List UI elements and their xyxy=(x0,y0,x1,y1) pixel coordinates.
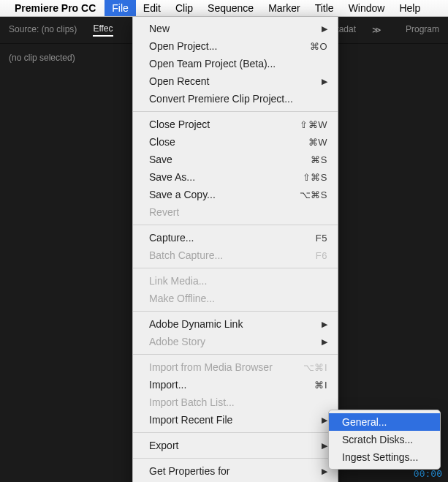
menu-item-convert-premiere-clip-project[interactable]: Convert Premiere Clip Project... xyxy=(133,90,338,108)
menu-item-save-a-copy[interactable]: Save a Copy...⌥⌘S xyxy=(133,186,338,203)
menu-item-label: Get Properties for xyxy=(149,465,317,477)
menu-item-shortcut: ⌘O xyxy=(310,41,327,52)
tab-source[interactable]: Source: (no clips) xyxy=(9,24,77,36)
no-clip-selected-label: (no clip selected) xyxy=(9,53,75,63)
menu-item-shortcut: ⇧⌘S xyxy=(303,172,327,183)
menu-item-label: Open Project... xyxy=(149,40,310,52)
submenu-arrow-icon: ▶ xyxy=(322,337,327,347)
menu-item-label: Import... xyxy=(149,379,314,391)
menu-item-revert: Revert xyxy=(133,203,338,221)
menu-item-adobe-dynamic-link[interactable]: Adobe Dynamic Link▶ xyxy=(133,315,338,333)
menu-item-open-project[interactable]: Open Project...⌘O xyxy=(133,37,338,55)
menu-item-label: Revert xyxy=(149,206,327,218)
menu-item-import-from-media-browser: Import from Media Browser⌥⌘I xyxy=(133,358,338,376)
menubar-item-edit[interactable]: Edit xyxy=(136,0,168,16)
menu-item-import-batch-list: Import Batch List... xyxy=(133,393,338,411)
tab-program[interactable]: Program xyxy=(406,24,439,36)
menubar-item-marker[interactable]: Marker xyxy=(261,0,308,16)
menu-item-close[interactable]: Close⌘W xyxy=(133,133,338,151)
menu-item-label: Export xyxy=(149,440,317,451)
menu-item-label: Link Media... xyxy=(149,275,327,287)
menubar-item-title[interactable]: Title xyxy=(308,0,341,16)
submenu-item-label: Scratch Disks... xyxy=(342,434,430,445)
submenu-arrow-icon: ▶ xyxy=(322,467,327,476)
menu-separator xyxy=(133,458,338,459)
menubar-item-clip[interactable]: Clip xyxy=(168,0,200,16)
menu-item-shortcut: ⌘I xyxy=(314,380,327,391)
menu-item-label: Open Recent xyxy=(149,75,317,87)
menu-item-shortcut: ⌥⌘S xyxy=(300,189,327,200)
timecode-display[interactable]: 00:00 xyxy=(414,468,442,479)
menu-item-label: Import Recent File xyxy=(149,414,317,426)
menu-item-export[interactable]: Export▶ xyxy=(133,437,338,454)
submenu-item-general[interactable]: General... xyxy=(329,413,440,431)
menu-item-shortcut: ⌥⌘I xyxy=(303,362,327,373)
project-settings-submenu: General...Scratch Disks...Ingest Setting… xyxy=(328,410,441,470)
menu-item-label: Adobe Story xyxy=(149,336,317,347)
menu-item-new[interactable]: New▶ xyxy=(133,20,338,37)
app-name[interactable]: Premiere Pro CC xyxy=(15,2,96,14)
menu-item-batch-capture: Batch Capture...F6 xyxy=(133,246,338,264)
submenu-item-label: General... xyxy=(342,416,430,428)
menu-separator xyxy=(133,432,338,433)
menubar-item-sequence[interactable]: Sequence xyxy=(200,0,261,16)
menu-separator xyxy=(133,268,338,268)
menu-item-label: Make Offline... xyxy=(149,293,327,304)
menu-item-label: Close Project xyxy=(149,118,300,130)
menu-item-label: Import from Media Browser xyxy=(149,361,303,373)
menu-item-save[interactable]: Save⌘S xyxy=(133,151,338,168)
menu-item-shortcut: ⌘S xyxy=(311,154,327,165)
menubar-item-file[interactable]: File xyxy=(105,0,136,16)
menu-item-label: Save As... xyxy=(149,171,303,183)
menu-item-open-team-project-beta[interactable]: Open Team Project (Beta)... xyxy=(133,55,338,72)
menu-separator xyxy=(133,311,338,312)
menu-item-label: New xyxy=(149,23,317,34)
submenu-arrow-icon: ▶ xyxy=(322,441,327,451)
menu-item-label: Adobe Dynamic Link xyxy=(149,318,317,330)
overflow-chevron-icon[interactable]: ≫ xyxy=(372,25,379,35)
menu-item-label: Batch Capture... xyxy=(149,249,316,261)
menu-item-get-properties-for[interactable]: Get Properties for▶ xyxy=(133,462,338,480)
submenu-item-ingest-settings[interactable]: Ingest Settings... xyxy=(329,448,440,466)
menu-separator xyxy=(133,354,338,355)
menu-item-label: Open Team Project (Beta)... xyxy=(149,58,327,69)
menu-item-shortcut: F6 xyxy=(316,250,327,261)
menu-item-shortcut: ⇧⌘W xyxy=(300,119,327,130)
menu-item-close-project[interactable]: Close Project⇧⌘W xyxy=(133,116,338,133)
menu-item-label: Import Batch List... xyxy=(149,396,327,408)
menu-separator xyxy=(133,111,338,112)
submenu-item-label: Ingest Settings... xyxy=(342,451,430,463)
menu-item-label: Save xyxy=(149,154,311,165)
menu-item-label: Convert Premiere Clip Project... xyxy=(149,93,327,105)
menu-item-label: Capture... xyxy=(149,232,316,244)
submenu-arrow-icon: ▶ xyxy=(322,77,327,86)
menu-item-shortcut: F5 xyxy=(316,233,327,244)
menu-item-capture[interactable]: Capture...F5 xyxy=(133,229,338,246)
submenu-item-scratch-disks[interactable]: Scratch Disks... xyxy=(329,431,440,448)
menu-item-save-as[interactable]: Save As...⇧⌘S xyxy=(133,168,338,186)
menu-item-make-offline: Make Offline... xyxy=(133,290,338,307)
file-menu-dropdown: New▶Open Project...⌘OOpen Team Project (… xyxy=(132,16,338,482)
tab-effect[interactable]: Effec xyxy=(93,23,113,37)
menu-item-link-media: Link Media... xyxy=(133,272,338,290)
menu-item-import-recent-file[interactable]: Import Recent File▶ xyxy=(133,411,338,429)
menu-item-adobe-story: Adobe Story▶ xyxy=(133,333,338,350)
menu-item-open-recent[interactable]: Open Recent▶ xyxy=(133,72,338,90)
menu-item-import[interactable]: Import...⌘I xyxy=(133,376,338,393)
submenu-arrow-icon: ▶ xyxy=(322,24,327,34)
menu-item-label: Save a Copy... xyxy=(149,189,300,200)
submenu-arrow-icon: ▶ xyxy=(322,415,327,425)
menubar-item-window[interactable]: Window xyxy=(341,0,392,16)
menubar-item-help[interactable]: Help xyxy=(392,0,428,16)
submenu-arrow-icon: ▶ xyxy=(322,320,327,329)
system-menubar: Premiere Pro CC FileEditClipSequenceMark… xyxy=(0,0,448,17)
menu-item-shortcut: ⌘W xyxy=(308,137,327,148)
menu-separator xyxy=(133,225,338,225)
menu-item-label: Close xyxy=(149,136,308,148)
